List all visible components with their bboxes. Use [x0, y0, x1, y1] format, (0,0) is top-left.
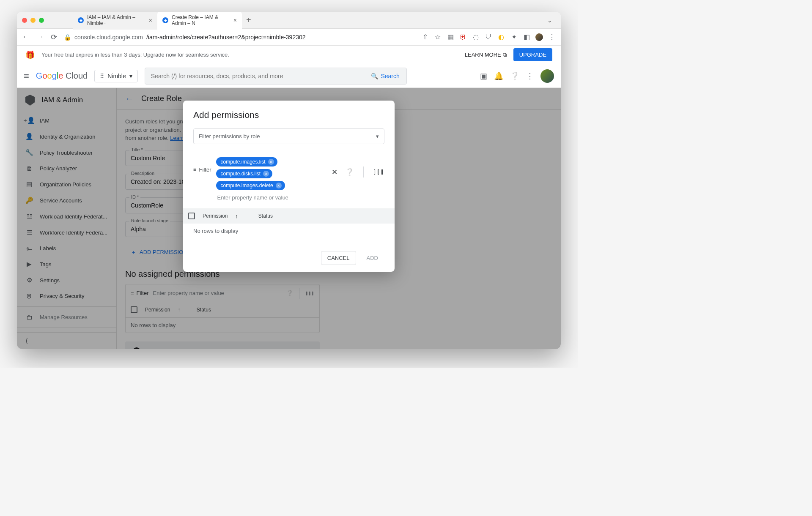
- account-avatar[interactable]: [540, 69, 554, 83]
- extension-icon[interactable]: ▦: [447, 33, 454, 41]
- sort-asc-icon[interactable]: ↑: [235, 213, 238, 219]
- col-permission[interactable]: Permission: [203, 213, 228, 219]
- add-button[interactable]: ADD: [360, 251, 384, 265]
- columns-icon[interactable]: ⫿⫿⫿: [373, 168, 384, 176]
- upgrade-button[interactable]: UPGRADE: [513, 48, 552, 61]
- close-icon[interactable]: ×: [233, 17, 237, 24]
- hamburger-icon[interactable]: ≡: [24, 71, 29, 82]
- back-icon[interactable]: ←: [22, 33, 30, 41]
- filter-label: ≡ Filter: [193, 157, 211, 173]
- favicon-icon: ◆: [162, 17, 168, 23]
- chip-remove-icon[interactable]: ×: [268, 159, 274, 165]
- favicon-icon: ◆: [78, 17, 84, 23]
- trial-banner: 🎁 Your free trial expires in less than 3…: [17, 46, 561, 64]
- search-icon: 🔍: [371, 73, 378, 79]
- forward-icon: →: [36, 33, 44, 41]
- new-tab-button[interactable]: +: [242, 15, 255, 25]
- tab-title: IAM – IAM & Admin – Nimble ·: [87, 14, 145, 26]
- filter-input[interactable]: Enter property name or value: [216, 193, 326, 202]
- close-icon[interactable]: ×: [149, 17, 152, 24]
- dialog-no-rows: No rows to display: [193, 224, 384, 238]
- sidepanel-icon[interactable]: ◧: [523, 33, 530, 41]
- window-close-icon[interactable]: [22, 18, 27, 23]
- help-icon[interactable]: ❔: [345, 168, 354, 177]
- extension-icon[interactable]: ⛨: [459, 33, 467, 41]
- cloud-shell-icon[interactable]: ▣: [480, 71, 487, 81]
- project-selector[interactable]: ⠿ Nimble ▾: [94, 70, 138, 82]
- trial-text: Your free trial expires in less than 3 d…: [41, 52, 229, 58]
- filter-icon: ≡: [193, 167, 197, 173]
- notification-icon[interactable]: 🔔: [494, 71, 503, 81]
- kebab-icon[interactable]: ⋮: [526, 71, 534, 81]
- project-name: Nimble: [107, 73, 126, 79]
- extensions-puzzle-icon[interactable]: ✦: [510, 33, 518, 41]
- modal-overlay: Add permissions Filter permissions by ro…: [17, 88, 561, 349]
- add-permissions-dialog: Add permissions Filter permissions by ro…: [183, 101, 395, 272]
- extension-icon[interactable]: ◌: [472, 33, 480, 41]
- gift-icon: 🎁: [25, 50, 35, 60]
- filter-chip[interactable]: compute.images.delete×: [216, 181, 285, 190]
- extension-icon[interactable]: ◐: [497, 33, 505, 41]
- url-host: console.cloud.google.com: [74, 34, 143, 41]
- dialog-table-header: Permission ↑ Status: [183, 208, 395, 224]
- search-input[interactable]: [145, 73, 364, 79]
- star-icon[interactable]: ☆: [434, 33, 442, 41]
- window-maximize-icon[interactable]: [39, 18, 44, 23]
- lock-icon: 🔒: [64, 34, 71, 41]
- tab-title: Create Role – IAM & Admin – N: [172, 14, 230, 26]
- window-titlebar: ◆ IAM – IAM & Admin – Nimble · × ◆ Creat…: [17, 12, 561, 29]
- url-path: /iam-admin/roles/create?authuser=2&proje…: [146, 34, 306, 41]
- cancel-button[interactable]: CANCEL: [321, 251, 356, 265]
- reload-icon[interactable]: ⟳: [51, 33, 57, 42]
- filter-chip[interactable]: compute.disks.list×: [216, 169, 272, 178]
- browser-tab-1[interactable]: ◆ IAM – IAM & Admin – Nimble · ×: [73, 12, 157, 30]
- col-status[interactable]: Status: [258, 213, 273, 219]
- search-button[interactable]: 🔍 Search: [364, 68, 406, 84]
- search-box[interactable]: 🔍 Search: [145, 68, 407, 85]
- help-icon[interactable]: ❔: [510, 71, 519, 81]
- browser-tab-2[interactable]: ◆ Create Role – IAM & Admin – N ×: [157, 12, 242, 30]
- chip-remove-icon[interactable]: ×: [276, 183, 282, 188]
- logo[interactable]: Google Cloud: [36, 71, 88, 81]
- tab-list-icon[interactable]: ⌄: [547, 17, 556, 24]
- console-header: ≡ Google Cloud ⠿ Nimble ▾ 🔍 Search ▣ 🔔 ❔…: [17, 64, 561, 88]
- dropdown-icon: ▾: [376, 133, 379, 139]
- learn-more-link[interactable]: LEARN MORE ⧉: [465, 52, 507, 58]
- kebab-icon[interactable]: ⋮: [548, 33, 556, 41]
- external-link-icon: ⧉: [503, 52, 507, 58]
- window-minimize-icon[interactable]: [30, 18, 36, 23]
- share-icon[interactable]: ⇧: [421, 33, 429, 41]
- address-bar[interactable]: 🔒 console.cloud.google.com/iam-admin/rol…: [64, 34, 414, 41]
- filter-chip[interactable]: compute.images.list×: [216, 157, 277, 167]
- profile-avatar[interactable]: [535, 33, 543, 41]
- chip-remove-icon[interactable]: ×: [263, 171, 269, 177]
- select-all-checkbox[interactable]: [188, 213, 195, 219]
- dialog-title: Add permissions: [193, 110, 384, 120]
- project-icon: ⠿: [100, 73, 104, 79]
- clear-icon[interactable]: ✕: [332, 168, 337, 177]
- dropdown-icon: ▾: [129, 73, 132, 79]
- browser-toolbar: ← → ⟳ 🔒 console.cloud.google.com/iam-adm…: [17, 29, 561, 46]
- filter-by-role-select[interactable]: Filter permissions by role ▾: [193, 128, 384, 144]
- extension-icon[interactable]: ⛉: [485, 33, 492, 41]
